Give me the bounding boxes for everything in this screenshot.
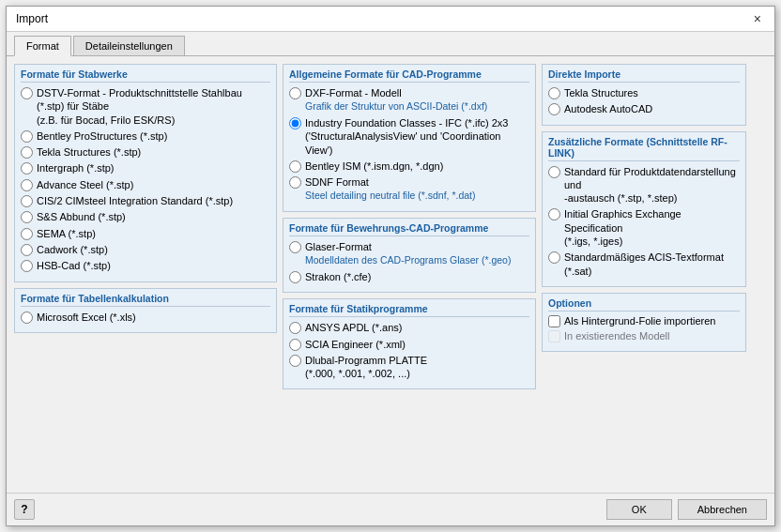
footer-right: OK Abbrechen: [606, 499, 767, 520]
option-glaser[interactable]: Glaser-FormatModelldaten des CAD-Program…: [289, 240, 529, 267]
section-rflink: Zusätzliche Formate (Schnittstelle RF-LI…: [542, 131, 746, 287]
label-sdnf: SDNF FormatSteel detailing neutral file …: [305, 175, 476, 203]
option-iges[interactable]: Initial Graphics Exchange Specification(…: [548, 207, 740, 248]
checkbox-hintergrund[interactable]: Als Hintergrund-Folie importieren: [548, 315, 740, 327]
label-dlubal: Dlubal-Programm PLATTE(*.000, *.001, *.0…: [305, 354, 427, 381]
option-cadwork[interactable]: Cadwork (*.stp): [21, 243, 270, 256]
label-acis: Standardmäßiges ACIS-Textformat (*.sat): [564, 251, 740, 278]
tab-detail[interactable]: Detaileinstellungen: [73, 36, 185, 55]
section-optionen: Optionen Als Hintergrund-Folie importier…: [542, 293, 746, 352]
import-dialog: Import × Format Detaileinstellungen Form…: [6, 6, 775, 526]
option-acis[interactable]: Standardmäßiges ACIS-Textformat (*.sat): [548, 251, 740, 278]
columns-container: Formate für Stabwerke DSTV-Format - Prod…: [14, 64, 767, 485]
option-dstv[interactable]: DSTV-Format - Produktschnittstelle Stahl…: [21, 86, 270, 127]
section-direkt-title: Direkte Importe: [548, 68, 740, 83]
section-bewehrung: Formate für Bewehrungs-CAD-Programme Gla…: [283, 218, 536, 293]
tab-format[interactable]: Format: [14, 36, 71, 56]
label-glaser: Glaser-FormatModelldaten des CAD-Program…: [305, 240, 511, 267]
label-iges: Initial Graphics Exchange Specification(…: [564, 207, 740, 248]
option-tekla-stp[interactable]: Tekla Structures (*.stp): [21, 145, 270, 159]
section-tabelle-title: Formate für Tabellenkalkulation: [21, 293, 270, 307]
cancel-button[interactable]: Abbrechen: [678, 499, 767, 520]
option-advance[interactable]: Advance Steel (*.stp): [21, 178, 270, 191]
main-content: Formate für Stabwerke DSTV-Format - Prod…: [7, 56, 774, 493]
option-scia[interactable]: SCIA Engineer (*.xml): [289, 338, 529, 351]
mid-column: Allgemeine Formate für CAD-Programme DXF…: [283, 64, 536, 485]
label-existierend: In existierendes Modell: [564, 330, 670, 342]
label-strakon: Strakon (*.cfe): [305, 270, 371, 283]
option-bentley-ism[interactable]: Bentley ISM (*.ism.dgn, *.dgn): [289, 160, 529, 173]
ok-button[interactable]: OK: [606, 499, 672, 520]
option-cis2[interactable]: CIS/2 CIMsteel Integration Standard (*.s…: [21, 194, 270, 207]
label-cadwork: Cadwork (*.stp): [37, 243, 108, 256]
option-ansys[interactable]: ANSYS APDL (*.ans): [289, 321, 529, 334]
label-excel: Microsoft Excel (*.xls): [37, 311, 136, 324]
right-column: Direkte Importe Tekla Structures Autodes…: [542, 64, 746, 485]
label-bentley: Bentley ProStructures (*.stp): [37, 129, 167, 143]
dialog-title: Import: [16, 12, 48, 25]
label-hintergrund: Als Hintergrund-Folie importieren: [564, 315, 715, 327]
label-standard: Standard für Produktdatendarstellung und…: [564, 165, 740, 205]
option-hsb[interactable]: HSB-Cad (*.stp): [21, 259, 270, 272]
label-ifc: Industry Foundation Classes - IFC (*.ifc…: [305, 116, 529, 157]
label-autocad: Autodesk AutoCAD: [564, 102, 652, 115]
section-tabelle: Formate für Tabellenkalkulation Microsof…: [14, 288, 277, 333]
label-bentley-ism: Bentley ISM (*.ism.dgn, *.dgn): [305, 160, 443, 173]
option-sabund[interactable]: S&S Abbund (*.stp): [21, 210, 270, 223]
label-cis2: CIS/2 CIMsteel Integration Standard (*.s…: [37, 194, 233, 207]
checkbox-existierend[interactable]: In existierendes Modell: [548, 330, 740, 342]
option-strakon[interactable]: Strakon (*.cfe): [289, 270, 529, 283]
section-rflink-title: Zusätzliche Formate (Schnittstelle RF-LI…: [548, 136, 740, 161]
label-tekla-direkt: Tekla Structures: [564, 86, 638, 99]
option-autocad[interactable]: Autodesk AutoCAD: [548, 102, 740, 115]
option-standard[interactable]: Standard für Produktdatendarstellung und…: [548, 165, 740, 205]
label-sema: SEMA (*.stp): [37, 227, 96, 240]
footer-left: ?: [14, 499, 35, 520]
tab-bar: Format Detaileinstellungen: [7, 32, 774, 56]
label-intergraph: Intergraph (*.stp): [37, 161, 115, 175]
option-intergraph[interactable]: Intergraph (*.stp): [21, 161, 270, 175]
section-bewehrung-title: Formate für Bewehrungs-CAD-Programme: [289, 222, 529, 236]
label-advance: Advance Steel (*.stp): [37, 178, 133, 191]
close-button[interactable]: ×: [750, 12, 765, 25]
label-scia: SCIA Engineer (*.xml): [305, 338, 406, 351]
option-ifc[interactable]: Industry Foundation Classes - IFC (*.ifc…: [289, 116, 529, 157]
option-sema[interactable]: SEMA (*.stp): [21, 227, 270, 240]
option-dlubal[interactable]: Dlubal-Programm PLATTE(*.000, *.001, *.0…: [289, 354, 529, 381]
section-statik: Formate für Statikprogramme ANSYS APDL (…: [283, 298, 536, 389]
label-dstv: DSTV-Format - Produktschnittstelle Stahl…: [37, 86, 242, 127]
label-sabund: S&S Abbund (*.stp): [37, 210, 126, 223]
section-direkt: Direkte Importe Tekla Structures Autodes…: [542, 64, 746, 126]
label-tekla-stp: Tekla Structures (*.stp): [37, 145, 141, 159]
left-column: Formate für Stabwerke DSTV-Format - Prod…: [14, 64, 277, 485]
option-tekla-direkt[interactable]: Tekla Structures: [548, 86, 740, 99]
label-ansys: ANSYS APDL (*.ans): [305, 321, 403, 334]
section-statik-title: Formate für Statikprogramme: [289, 303, 529, 317]
label-hsb: HSB-Cad (*.stp): [37, 259, 111, 272]
section-cad: Allgemeine Formate für CAD-Programme DXF…: [283, 64, 536, 212]
option-sdnf[interactable]: SDNF FormatSteel detailing neutral file …: [289, 175, 529, 203]
option-dxf[interactable]: DXF-Format - ModellGrafik der Struktur v…: [289, 86, 529, 114]
option-excel[interactable]: Microsoft Excel (*.xls): [21, 311, 270, 324]
section-optionen-title: Optionen: [548, 297, 740, 312]
section-stabwerke: Formate für Stabwerke DSTV-Format - Prod…: [14, 64, 277, 282]
dialog-footer: ? OK Abbrechen: [7, 493, 774, 525]
section-cad-title: Allgemeine Formate für CAD-Programme: [289, 68, 529, 83]
help-button[interactable]: ?: [14, 499, 35, 520]
label-dxf: DXF-Format - ModellGrafik der Struktur v…: [305, 86, 487, 114]
section-stabwerke-title: Formate für Stabwerke: [21, 68, 270, 83]
titlebar: Import ×: [7, 7, 774, 32]
option-bentley[interactable]: Bentley ProStructures (*.stp): [21, 129, 270, 143]
